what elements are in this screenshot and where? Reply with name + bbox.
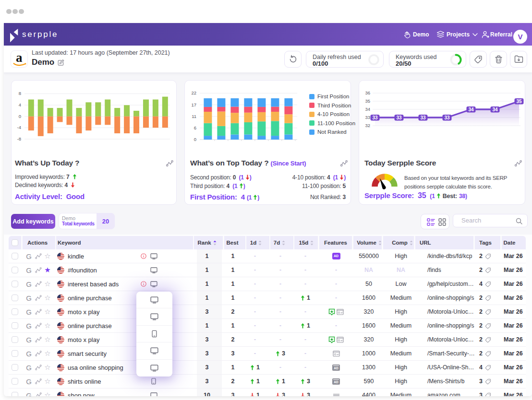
svg-text:35: 35 (365, 98, 370, 104)
svg-text:-8: -8 (17, 136, 21, 141)
svg-text:8: 8 (19, 91, 21, 96)
svg-text:33: 33 (365, 115, 370, 120)
svg-text:34: 34 (492, 107, 498, 112)
svg-text:0: 0 (19, 114, 21, 119)
svg-text:6: 6 (194, 125, 196, 130)
svg-text:-4: -4 (17, 125, 21, 130)
svg-text:33: 33 (444, 115, 450, 120)
svg-text:36: 36 (365, 90, 370, 95)
svg-text:35: 35 (516, 99, 522, 104)
svg-text:32: 32 (365, 123, 370, 128)
svg-text:33: 33 (420, 115, 426, 120)
svg-text:34: 34 (365, 106, 370, 112)
svg-text:0: 0 (194, 137, 196, 142)
svg-text:17: 17 (191, 102, 196, 107)
svg-text:33: 33 (372, 115, 378, 120)
svg-text:33: 33 (396, 115, 402, 120)
svg-text:11: 11 (192, 114, 196, 119)
svg-text:22: 22 (191, 90, 196, 95)
svg-text:4: 4 (19, 102, 21, 107)
svg-text:34: 34 (468, 107, 474, 112)
